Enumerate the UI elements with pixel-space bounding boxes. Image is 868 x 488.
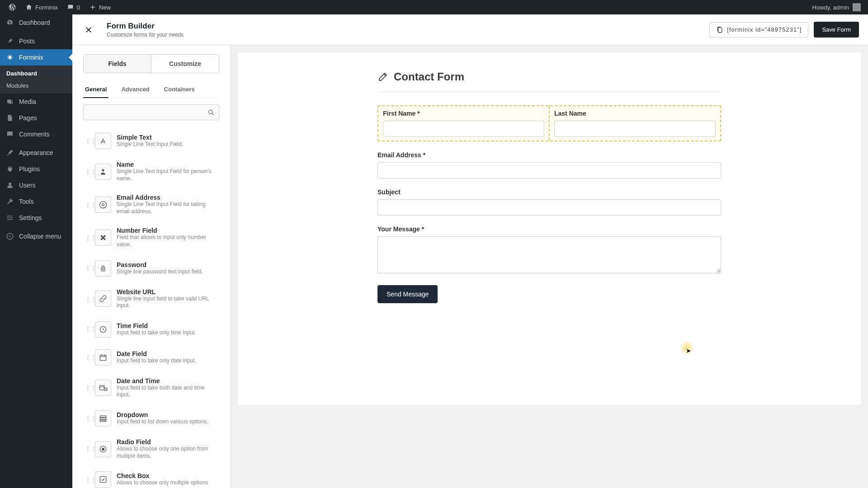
drag-handle-icon[interactable]: ⋮⋮ <box>85 234 90 241</box>
svg-rect-17 <box>100 418 106 419</box>
sidebar-item-pages[interactable]: Pages <box>0 110 72 126</box>
field-title: Simple Text <box>117 134 217 141</box>
drag-handle-icon[interactable]: ⋮⋮ <box>85 415 90 422</box>
sidebar-item-collapse[interactable]: Collapse menu <box>0 228 72 244</box>
form-row-name[interactable]: First Name * Last Name <box>377 105 721 141</box>
drag-handle-icon[interactable]: ⋮⋮ <box>85 326 90 333</box>
form-card: Contact Form First Name * Last Name Emai… <box>238 52 861 405</box>
sidebar-item-comments[interactable]: Comments <box>0 126 72 142</box>
field-item[interactable]: ⋮⋮ Website URL Single line input field t… <box>83 284 219 314</box>
field-item[interactable]: ⋮⋮ Date Field Input field to take only d… <box>83 345 219 370</box>
field-item[interactable]: ⋮⋮ A Simple Text Single Line Text Input … <box>83 128 219 154</box>
user-icon <box>5 181 14 190</box>
sidebar-item-plugins[interactable]: Plugins <box>0 161 72 177</box>
sidebar-item-media[interactable]: Media <box>0 94 72 110</box>
field-type-icon <box>95 349 111 366</box>
media-icon <box>5 97 14 106</box>
wrench-icon <box>5 197 14 206</box>
sidebar-item-forminix[interactable]: Forminix <box>0 49 72 66</box>
sidebar-item-appearance[interactable]: Appearance <box>0 145 72 161</box>
field-item[interactable]: ⋮⋮ Number Field Field that allows to inp… <box>83 222 219 253</box>
input-last-name[interactable] <box>554 121 716 137</box>
field-type-icon <box>95 260 111 277</box>
tab-customize[interactable]: Customize <box>151 55 219 73</box>
field-type-icon <box>95 410 111 427</box>
sidebar-item-settings[interactable]: Settings <box>0 210 72 226</box>
drag-handle-icon[interactable]: ⋮⋮ <box>85 354 90 361</box>
field-item[interactable]: ⋮⋮ Check Box Allows to choose only multi… <box>83 467 219 488</box>
panel-tabs: Fields Customize <box>83 54 219 73</box>
field-desc: Input field to take both date and time i… <box>117 385 217 399</box>
sidebar-item-label: Settings <box>19 214 42 221</box>
close-button[interactable] <box>81 23 96 37</box>
form-row-subject[interactable]: Subject <box>377 188 721 216</box>
input-email[interactable] <box>377 162 721 178</box>
field-item[interactable]: ⋮⋮ Password Single line password text in… <box>83 256 219 281</box>
form-row-email[interactable]: Email Address * <box>377 151 721 178</box>
drag-handle-icon[interactable]: ⋮⋮ <box>85 168 90 175</box>
forminix-submenu: Dashboard Modules <box>0 66 72 94</box>
field-type-icon <box>95 380 111 396</box>
input-message[interactable] <box>377 236 721 273</box>
field-title: Email Address <box>117 194 217 201</box>
svg-text:A: A <box>101 137 105 145</box>
new-link[interactable]: New <box>85 0 115 14</box>
drag-handle-icon[interactable]: ⋮⋮ <box>85 265 90 272</box>
subtab-advanced[interactable]: Advanced <box>119 82 151 98</box>
shortcode-copy[interactable]: [forminix id="48975231"] <box>709 22 808 38</box>
comments-link[interactable]: 0 <box>62 0 85 14</box>
input-first-name[interactable] <box>383 121 544 137</box>
home-icon <box>25 4 33 11</box>
plus-icon <box>89 4 96 11</box>
sidebar-item-label: Dashboard <box>19 19 50 26</box>
field-desc: Allows to choose only multiple options <box>117 479 217 487</box>
sub-tabs: General Advanced Containers <box>83 82 219 98</box>
field-type-icon <box>95 291 111 307</box>
sidebar-item-tools[interactable]: Tools <box>0 193 72 210</box>
wp-logo[interactable] <box>4 0 21 14</box>
svg-rect-4 <box>718 28 722 33</box>
sidebar-item-label: Comments <box>19 131 50 138</box>
site-name: Forminix <box>35 4 58 11</box>
drag-handle-icon[interactable]: ⋮⋮ <box>85 138 90 145</box>
subtab-containers[interactable]: Containers <box>162 82 197 98</box>
field-item[interactable]: ⋮⋮ Time Field Input field to take only t… <box>83 317 219 342</box>
submenu-modules[interactable]: Modules <box>0 80 72 92</box>
sidebar-item-posts[interactable]: Posts <box>0 33 72 49</box>
label-email: Email Address * <box>377 151 721 159</box>
field-item[interactable]: ⋮⋮ Radio Field Allows to choose only one… <box>83 434 219 464</box>
field-item[interactable]: ⋮⋮ Name Single Line Text Input Field for… <box>83 156 219 187</box>
comments-count: 0 <box>77 4 80 11</box>
submit-button[interactable]: Send Message <box>377 285 438 303</box>
subtab-general[interactable]: General <box>83 82 108 98</box>
wp-admin-sidebar: Dashboard Posts Forminix Dashboard Modul… <box>0 14 72 488</box>
drag-handle-icon[interactable]: ⋮⋮ <box>85 201 90 208</box>
avatar <box>853 3 861 11</box>
form-row-message[interactable]: Your Message * <box>377 225 721 275</box>
field-desc: Field that allows to input only number v… <box>117 234 217 248</box>
field-title: Number Field <box>117 227 217 234</box>
search-input[interactable] <box>83 104 219 120</box>
field-title: Time Field <box>117 322 217 329</box>
submenu-dashboard[interactable]: Dashboard <box>0 67 72 80</box>
field-item[interactable]: ⋮⋮ Email Address Single Line Text Input … <box>83 189 219 220</box>
sidebar-item-label: Pages <box>19 114 37 122</box>
save-button[interactable]: Save Form <box>814 22 859 38</box>
account-menu[interactable]: Howdy, admin <box>812 3 864 11</box>
sidebar-item-label: Appearance <box>19 149 53 156</box>
sidebar-item-dashboard[interactable]: Dashboard <box>0 14 72 31</box>
drag-handle-icon[interactable]: ⋮⋮ <box>85 296 90 302</box>
collapse-icon <box>5 232 14 241</box>
field-item[interactable]: ⋮⋮ Date and Time Input field to take bot… <box>83 373 219 403</box>
drag-handle-icon[interactable]: ⋮⋮ <box>85 476 90 483</box>
sidebar-item-users[interactable]: Users <box>0 177 72 193</box>
tab-fields[interactable]: Fields <box>84 55 151 73</box>
drag-handle-icon[interactable]: ⋮⋮ <box>85 385 90 391</box>
drag-handle-icon[interactable]: ⋮⋮ <box>85 446 90 452</box>
input-subject[interactable] <box>377 199 721 216</box>
form-title[interactable]: Contact Form <box>394 70 464 83</box>
field-item[interactable]: ⋮⋮ Dropdown Input field to list down var… <box>83 406 219 431</box>
site-name-link[interactable]: Forminix <box>21 0 62 14</box>
svg-point-9 <box>102 203 104 206</box>
new-label: New <box>99 4 111 11</box>
